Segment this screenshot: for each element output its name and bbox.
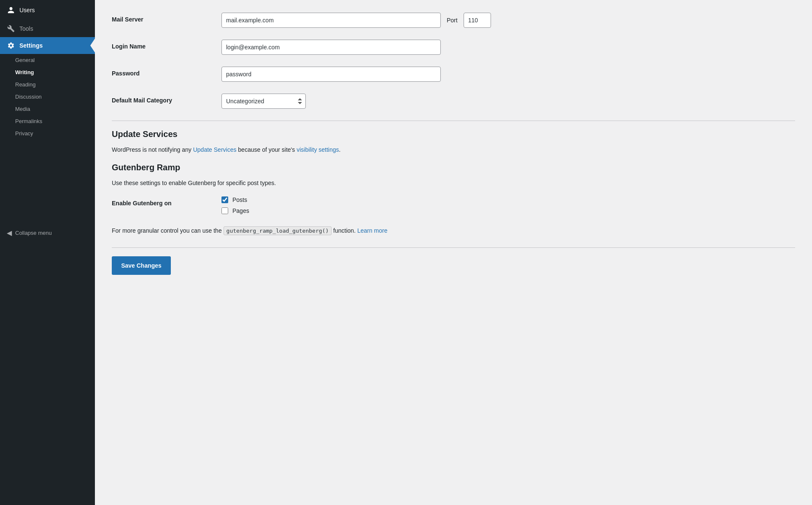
gutenberg-ramp-desc: Use these settings to enable Gutenberg f… <box>112 178 795 188</box>
pages-checkbox-item[interactable]: Pages <box>221 207 249 214</box>
collapse-icon: ◀ <box>7 229 12 237</box>
sidebar: Users Tools Settings General Writing Rea… <box>0 0 95 505</box>
mail-server-row: Mail Server Port <box>112 13 795 28</box>
mail-server-label: Mail Server <box>112 13 221 23</box>
sidebar-item-tools[interactable]: Tools <box>0 20 95 37</box>
learn-more-link[interactable]: Learn more <box>357 227 388 234</box>
pages-label: Pages <box>232 207 249 214</box>
default-mail-category-field: Uncategorized <box>221 94 795 109</box>
visibility-settings-link[interactable]: visibility settings <box>297 146 339 153</box>
update-services-title: Update Services <box>112 129 795 139</box>
default-mail-category-select[interactable]: Uncategorized <box>221 94 306 109</box>
mail-server-field: Port <box>221 13 795 28</box>
divider-1 <box>112 121 795 121</box>
posts-label: Posts <box>232 196 247 203</box>
mail-server-input[interactable] <box>221 13 441 28</box>
port-input[interactable] <box>464 13 491 28</box>
sidebar-item-users[interactable]: Users <box>0 0 95 20</box>
sidebar-sub-item-general[interactable]: General <box>0 54 95 66</box>
password-label: Password <box>112 67 221 77</box>
sidebar-sub-item-writing[interactable]: Writing <box>0 66 95 78</box>
sidebar-sub-items: General Writing Reading Discussion Media… <box>0 54 95 140</box>
update-services-link[interactable]: Update Services <box>193 146 237 153</box>
login-name-label: Login Name <box>112 40 221 50</box>
enable-gutenberg-field: Posts Pages <box>221 196 795 214</box>
login-name-row: Login Name <box>112 40 795 55</box>
port-label: Port <box>447 17 458 24</box>
login-name-input[interactable] <box>221 40 441 55</box>
code-function: gutenberg_ramp_load_gutenberg() <box>224 226 332 235</box>
enable-gutenberg-label: Enable Gutenberg on <box>112 196 221 207</box>
update-services-desc-start: WordPress is not notifying any <box>112 146 193 153</box>
sidebar-sub-item-reading[interactable]: Reading <box>0 78 95 91</box>
sidebar-item-users-label: Users <box>19 7 35 13</box>
collapse-menu-button[interactable]: ◀ Collapse menu <box>0 224 95 242</box>
sidebar-sub-item-discussion[interactable]: Discussion <box>0 91 95 103</box>
sidebar-item-settings-label: Settings <box>19 42 43 49</box>
update-services-section: Update Services WordPress is not notifyi… <box>112 129 795 154</box>
users-icon <box>7 6 15 14</box>
enable-gutenberg-row: Enable Gutenberg on Posts Pages <box>112 196 795 214</box>
save-changes-button[interactable]: Save Changes <box>112 256 171 275</box>
update-services-desc: WordPress is not notifying any Update Se… <box>112 145 795 154</box>
sidebar-sub-item-privacy[interactable]: Privacy <box>0 127 95 140</box>
sidebar-sub-item-permalinks[interactable]: Permalinks <box>0 115 95 127</box>
main-content: Mail Server Port Login Name Password Def… <box>95 0 812 505</box>
password-field <box>221 67 795 82</box>
gutenberg-ramp-title: Gutenberg Ramp <box>112 163 795 172</box>
default-mail-category-label: Default Mail Category <box>112 94 221 104</box>
default-mail-category-row: Default Mail Category Uncategorized <box>112 94 795 109</box>
granular-text-start: For more granular control you can use th… <box>112 227 224 234</box>
posts-checkbox-item[interactable]: Posts <box>221 196 249 203</box>
update-services-desc-middle: because of your site's <box>236 146 297 153</box>
collapse-label: Collapse menu <box>15 230 52 236</box>
pages-checkbox[interactable] <box>221 207 228 214</box>
sidebar-sub-item-media[interactable]: Media <box>0 103 95 115</box>
settings-icon <box>7 41 15 50</box>
granular-text-end: function. <box>332 227 357 234</box>
posts-checkbox[interactable] <box>221 196 228 203</box>
divider-2 <box>112 247 795 248</box>
tools-icon <box>7 24 15 33</box>
password-input[interactable] <box>221 67 441 82</box>
update-services-desc-end: . <box>339 146 341 153</box>
checkbox-group: Posts Pages <box>221 196 249 214</box>
sidebar-item-tools-label: Tools <box>19 25 33 32</box>
login-name-field <box>221 40 795 55</box>
gutenberg-ramp-section: Gutenberg Ramp Use these settings to ena… <box>112 163 795 235</box>
granular-control-text: For more granular control you can use th… <box>112 226 795 236</box>
sidebar-item-settings[interactable]: Settings <box>0 37 95 54</box>
settings-active-arrow <box>90 38 95 53</box>
password-row: Password <box>112 67 795 82</box>
